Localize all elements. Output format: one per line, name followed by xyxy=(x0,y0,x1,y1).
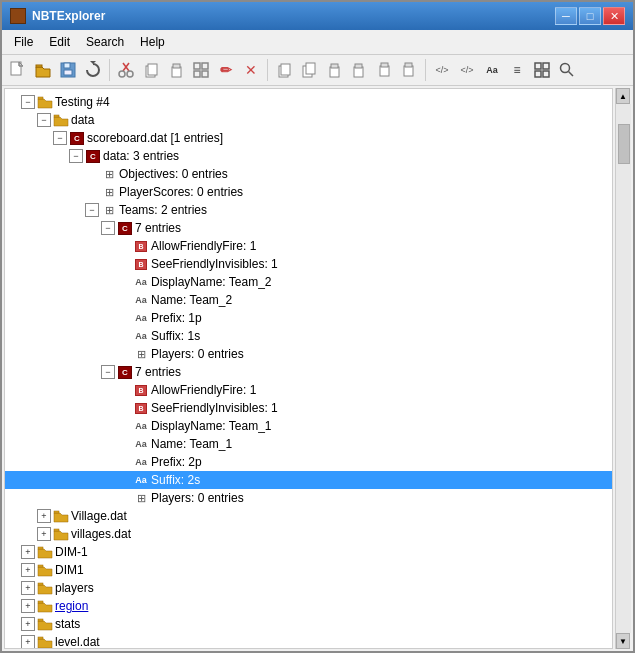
expand-data[interactable]: − xyxy=(37,113,51,127)
code-view-right[interactable]: </> xyxy=(455,58,479,82)
expand-team1[interactable]: − xyxy=(101,221,115,235)
paste4-button[interactable] xyxy=(372,58,396,82)
tree-node-team2[interactable]: − C 7 entries xyxy=(5,363,612,381)
code-view-left[interactable]: </> xyxy=(430,58,454,82)
string-icon-dn2: Aa xyxy=(133,419,149,433)
tree-node-leveldat[interactable]: + level.dat xyxy=(5,633,612,649)
expand-leveldat[interactable]: + xyxy=(21,635,35,649)
expand-region[interactable]: + xyxy=(21,599,35,613)
tree-node-sfi1[interactable]: B SeeFriendlyInvisibles: 1 xyxy=(5,255,612,273)
expand-teams[interactable]: − xyxy=(85,203,99,217)
folder-icon-leveldat xyxy=(37,635,53,649)
font-button[interactable]: Aa xyxy=(480,58,504,82)
save-button[interactable] xyxy=(56,58,80,82)
close-button[interactable]: ✕ xyxy=(603,7,625,25)
vertical-scrollbar[interactable]: ▲ ▼ xyxy=(615,88,631,649)
paste3-button[interactable] xyxy=(347,58,371,82)
tree-node-region[interactable]: + region xyxy=(5,597,612,615)
node-label-dim-1: DIM-1 xyxy=(55,545,88,559)
tree-panel[interactable]: − Testing #4 − data − xyxy=(4,88,613,649)
tree-node-p2[interactable]: Aa Prefix: 2p xyxy=(5,453,612,471)
menu-help[interactable]: Help xyxy=(132,32,173,52)
reload-button[interactable] xyxy=(81,58,105,82)
expand-players[interactable]: + xyxy=(21,581,35,595)
menu-search[interactable]: Search xyxy=(78,32,132,52)
tree-node-dim-1[interactable]: + DIM-1 xyxy=(5,543,612,561)
maximize-button[interactable]: □ xyxy=(579,7,601,25)
node-label-testing4: Testing #4 xyxy=(55,95,110,109)
folder-icon-region xyxy=(37,599,53,613)
expand-dim-1[interactable]: + xyxy=(21,545,35,559)
edit-button[interactable]: ✏ xyxy=(214,58,238,82)
byte-icon-aff1: B xyxy=(133,239,149,253)
open-button[interactable] xyxy=(31,58,55,82)
tree-node-team1[interactable]: − C 7 entries xyxy=(5,219,612,237)
scroll-track[interactable] xyxy=(616,104,631,633)
list-button[interactable]: ≡ xyxy=(505,58,529,82)
tree-node-data2[interactable]: − C data: 3 entries xyxy=(5,147,612,165)
menu-edit[interactable]: Edit xyxy=(41,32,78,52)
node-label-pl2: Players: 0 entries xyxy=(151,491,244,505)
node-label-players: players xyxy=(55,581,94,595)
paste5-button[interactable] xyxy=(397,58,421,82)
main-area: − Testing #4 − data − xyxy=(2,86,633,651)
tree-node-villages[interactable]: + villages.dat xyxy=(5,525,612,543)
tree-node-village[interactable]: + Village.dat xyxy=(5,507,612,525)
tree-node-testing4[interactable]: − Testing #4 xyxy=(5,93,612,111)
svg-rect-45 xyxy=(38,583,43,585)
tree-node-players[interactable]: + players xyxy=(5,579,612,597)
expand-testing4[interactable]: − xyxy=(21,95,35,109)
tree-node-stats[interactable]: + stats xyxy=(5,615,612,633)
select-button[interactable] xyxy=(189,58,213,82)
cut-button[interactable] xyxy=(114,58,138,82)
node-label-data: data xyxy=(71,113,94,127)
tree-node-playerscores[interactable]: ⊞ PlayerScores: 0 entries xyxy=(5,183,612,201)
tree-node-aff1[interactable]: B AllowFriendlyFire: 1 xyxy=(5,237,612,255)
byte-icon-sfi1: B xyxy=(133,257,149,271)
tree-node-n1[interactable]: Aa Name: Team_2 xyxy=(5,291,612,309)
minimize-button[interactable]: ─ xyxy=(555,7,577,25)
tree-node-sfi2[interactable]: B SeeFriendlyInvisibles: 1 xyxy=(5,399,612,417)
tree-node-s2[interactable]: Aa Suffix: 2s xyxy=(5,471,612,489)
tree-node-s1[interactable]: Aa Suffix: 1s xyxy=(5,327,612,345)
expand-villages[interactable]: + xyxy=(37,527,51,541)
grid-button[interactable] xyxy=(530,58,554,82)
new-button[interactable] xyxy=(6,58,30,82)
node-label-teams: Teams: 2 entries xyxy=(119,203,207,217)
expand-dim1[interactable]: + xyxy=(21,563,35,577)
scroll-up-button[interactable]: ▲ xyxy=(616,88,630,104)
tree-node-aff2[interactable]: B AllowFriendlyFire: 1 xyxy=(5,381,612,399)
copy2-button[interactable] xyxy=(272,58,296,82)
menu-file[interactable]: File xyxy=(6,32,41,52)
node-label-team1: 7 entries xyxy=(135,221,181,235)
svg-rect-36 xyxy=(543,71,549,77)
tree-node-n2[interactable]: Aa Name: Team_1 xyxy=(5,435,612,453)
search-button[interactable] xyxy=(555,58,579,82)
expand-data2[interactable]: − xyxy=(69,149,83,163)
tree-node-scoreboard[interactable]: − C scoreboard.dat [1 entries] xyxy=(5,129,612,147)
expand-scoreboard[interactable]: − xyxy=(53,131,67,145)
copy-button[interactable] xyxy=(139,58,163,82)
copy3-button[interactable] xyxy=(297,58,321,82)
expand-stats[interactable]: + xyxy=(21,617,35,631)
expand-team2[interactable]: − xyxy=(101,365,115,379)
node-label-data2: data: 3 entries xyxy=(103,149,179,163)
paste-button[interactable] xyxy=(164,58,188,82)
tree-node-p1[interactable]: Aa Prefix: 1p xyxy=(5,309,612,327)
delete-button[interactable]: ✕ xyxy=(239,58,263,82)
tree-node-teams[interactable]: − ⊞ Teams: 2 entries xyxy=(5,201,612,219)
tree-node-objectives[interactable]: ⊞ Objectives: 0 entries xyxy=(5,165,612,183)
tree-node-data[interactable]: − data xyxy=(5,111,612,129)
tree-node-dn2[interactable]: Aa DisplayName: Team_1 xyxy=(5,417,612,435)
expand-village[interactable]: + xyxy=(37,509,51,523)
string-icon-s1: Aa xyxy=(133,329,149,343)
scroll-thumb[interactable] xyxy=(618,124,630,164)
scroll-down-button[interactable]: ▼ xyxy=(616,633,630,649)
paste2-button[interactable] xyxy=(322,58,346,82)
svg-rect-24 xyxy=(306,63,315,74)
tree-node-dim1[interactable]: + DIM1 xyxy=(5,561,612,579)
tree-node-pl2[interactable]: ⊞ Players: 0 entries xyxy=(5,489,612,507)
tree-node-pl1[interactable]: ⊞ Players: 0 entries xyxy=(5,345,612,363)
tree-node-dn1[interactable]: Aa DisplayName: Team_2 xyxy=(5,273,612,291)
folder-icon-stats xyxy=(37,617,53,631)
